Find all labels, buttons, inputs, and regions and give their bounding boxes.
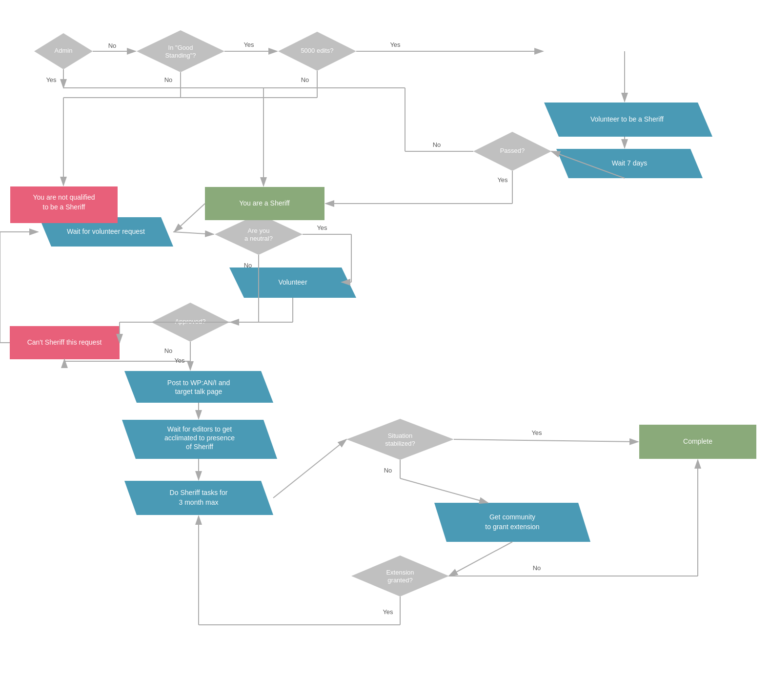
svg-line-40 <box>454 439 638 442</box>
label-gs-no: No <box>164 76 173 83</box>
svg-line-20 <box>174 204 205 232</box>
wait-editors-text3: of Sheriff <box>186 443 213 451</box>
edits-label: 5000 edits? <box>301 47 333 54</box>
cant-sheriff-text: Can't Sheriff this request <box>27 338 102 346</box>
situation-label: Situation <box>388 432 413 439</box>
label-gs-yes: Yes <box>243 41 254 48</box>
label-admin-yes: Yes <box>46 76 57 83</box>
not-qualified-text2: to be a Sheriff <box>43 203 85 211</box>
wait-editors-text2: acclimated to presence <box>164 434 235 442</box>
get-community-text2: to grant extension <box>485 523 539 531</box>
not-qualified-text: You are not qualified <box>33 193 95 201</box>
good-standing-label: In "Good <box>168 44 193 51</box>
svg-line-21 <box>173 232 214 234</box>
post-wp-text2: target talk page <box>175 388 223 395</box>
svg-line-43 <box>449 542 512 576</box>
get-community-text: Get community <box>489 513 535 521</box>
neutral-label2: a neutral? <box>244 235 273 242</box>
label-approved-no: No <box>164 347 173 354</box>
label-passed-no: No <box>433 141 441 148</box>
good-standing-label2: Standing"? <box>165 52 196 59</box>
volunteer-sheriff-text: Volunteer to be a Sheriff <box>590 115 664 123</box>
svg-line-39 <box>273 439 346 498</box>
label-neutral-yes: Yes <box>317 224 327 231</box>
wait-volunteer-text: Wait for volunteer request <box>67 227 145 235</box>
extension-label2: granted? <box>387 576 412 584</box>
label-neutral-no: No <box>244 262 252 269</box>
label-ext-yes: Yes <box>383 608 393 616</box>
do-sheriff-text2: 3 month max <box>179 498 219 506</box>
svg-line-42 <box>400 478 488 503</box>
situation-label2: stabilized? <box>385 440 415 447</box>
label-edits-yes: Yes <box>390 41 401 48</box>
label-edits-no: No <box>301 76 309 83</box>
admin-label: Admin <box>55 47 73 54</box>
label-passed-yes: Yes <box>497 176 508 184</box>
wait-editors-text: Wait for editors to get <box>167 425 232 433</box>
label-situation-yes: Yes <box>531 429 542 436</box>
post-wp-text: Post to WP:AN/I and <box>167 379 230 387</box>
complete-text: Complete <box>683 437 712 445</box>
post-wp-node <box>124 371 273 403</box>
volunteer-action-text: Volunteer <box>278 278 307 286</box>
you-are-sheriff-text: You are a Sheriff <box>239 199 290 207</box>
passed-label: Passed? <box>500 147 525 154</box>
approved-label: Approved? <box>175 318 206 325</box>
label-situation-no: No <box>384 467 392 474</box>
label-ext-no: No <box>533 564 541 572</box>
wait7-text: Wait 7 days <box>612 159 648 167</box>
neutral-label: Are you <box>248 227 270 234</box>
label-approved-yes: Yes <box>174 357 185 364</box>
extension-label: Extension <box>386 569 414 576</box>
label-admin-no: No <box>108 42 117 49</box>
do-sheriff-text: Do Sheriff tasks for <box>170 489 228 496</box>
